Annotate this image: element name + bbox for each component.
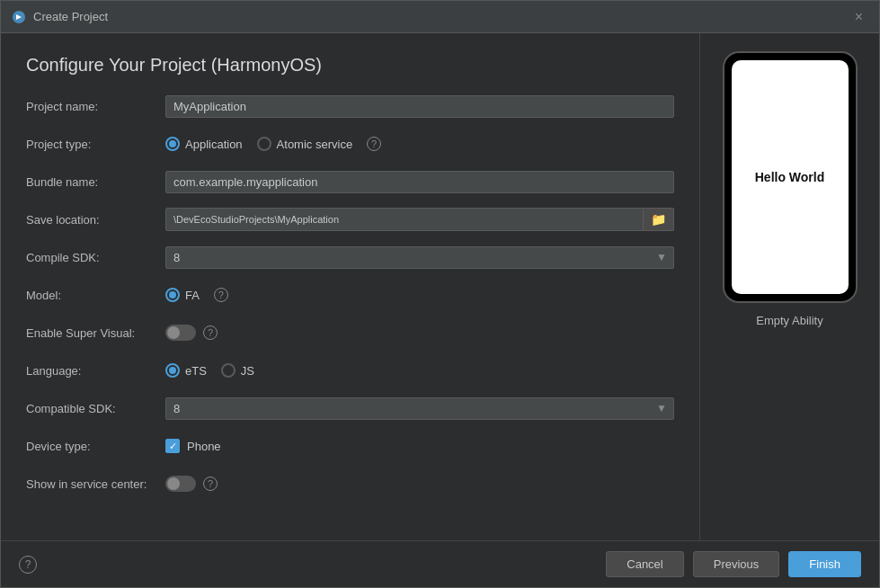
language-row: Language: eTS JS	[26, 358, 674, 383]
language-ets[interactable]: eTS	[165, 363, 207, 378]
phone-checkbox: ✓	[165, 439, 180, 453]
toggle-knob	[167, 326, 180, 339]
js-radio-dot	[221, 363, 236, 378]
compatible-sdk-control: 8 7 6 ▼	[165, 397, 674, 420]
project-name-input[interactable]	[165, 95, 674, 118]
phone-label: Phone	[187, 440, 221, 453]
app-icon	[12, 10, 26, 24]
project-type-row: Project type: Application Atomic service…	[26, 131, 674, 156]
hello-world-text: Hello World	[755, 170, 825, 184]
compatible-sdk-select[interactable]: 8 7 6	[165, 397, 674, 420]
bundle-name-label: Bundle name:	[26, 175, 165, 189]
enable-super-visual-row: Enable Super Visual: ?	[26, 320, 674, 345]
bundle-name-row: Bundle name:	[26, 169, 674, 194]
project-type-control: Application Atomic service ?	[165, 137, 674, 151]
compile-sdk-control: 8 7 6 ▼	[165, 246, 674, 269]
show-in-service-center-control: ?	[165, 476, 674, 492]
show-in-service-center-group: ?	[165, 476, 674, 492]
browse-folder-button[interactable]: 📁	[644, 208, 674, 231]
show-in-service-center-help-icon[interactable]: ?	[203, 477, 218, 491]
language-js[interactable]: JS	[221, 363, 254, 378]
cancel-button[interactable]: Cancel	[606, 551, 683, 577]
save-location-label: Save location:	[26, 213, 165, 227]
device-type-phone[interactable]: ✓ Phone	[165, 439, 674, 453]
fa-radio-dot	[165, 288, 180, 302]
close-button[interactable]: ×	[849, 6, 868, 28]
model-row: Model: FA ?	[26, 282, 674, 307]
enable-super-visual-control: ?	[165, 325, 674, 341]
show-in-service-center-toggle[interactable]	[165, 476, 196, 492]
compile-sdk-select-wrapper: 8 7 6 ▼	[165, 246, 674, 269]
template-name-label: Empty Ability	[756, 314, 822, 327]
device-type-label: Device type:	[26, 440, 165, 453]
bundle-name-control	[165, 171, 674, 193]
model-label: Model:	[26, 289, 165, 302]
project-type-help-icon[interactable]: ?	[367, 137, 381, 151]
title-bar-text: Create Project	[33, 10, 849, 23]
enable-super-visual-group: ?	[165, 325, 674, 341]
save-location-input-group: 📁	[165, 208, 674, 231]
model-fa[interactable]: FA	[165, 288, 200, 302]
phone-preview: Hello World	[723, 51, 858, 303]
language-radio-group: eTS JS	[165, 363, 674, 378]
phone-checkbox-check: ✓	[169, 441, 177, 451]
project-name-row: Project name:	[26, 94, 674, 119]
phone-screen: Hello World	[732, 60, 849, 294]
model-radio-group: FA ?	[165, 288, 674, 302]
fa-radio-label: FA	[185, 289, 200, 302]
finish-button[interactable]: Finish	[788, 551, 861, 577]
project-type-label: Project type:	[26, 138, 165, 151]
save-location-row: Save location: 📁	[26, 207, 674, 232]
footer-buttons: Cancel Previous Finish	[606, 551, 861, 577]
compatible-sdk-select-wrapper: 8 7 6 ▼	[165, 397, 674, 420]
compile-sdk-label: Compile SDK:	[26, 251, 165, 264]
title-bar: Create Project ×	[1, 1, 879, 33]
footer-help-icon[interactable]: ?	[19, 556, 37, 574]
form-section: Configure Your Project (HarmonyOS) Proje…	[1, 33, 699, 540]
compile-sdk-row: Compile SDK: 8 7 6 ▼	[26, 245, 674, 270]
compile-sdk-select[interactable]: 8 7 6	[165, 246, 674, 269]
dialog-footer: ? Cancel Previous Finish	[1, 540, 879, 587]
show-in-service-center-label: Show in service center:	[26, 477, 165, 491]
device-type-row: Device type: ✓ Phone	[26, 433, 674, 459]
save-location-input[interactable]	[165, 208, 644, 231]
project-name-control	[165, 95, 674, 118]
compatible-sdk-row: Compatible SDK: 8 7 6 ▼	[26, 396, 674, 421]
atomic-radio-label: Atomic service	[277, 138, 353, 151]
ets-radio-dot	[165, 363, 180, 378]
device-type-control: ✓ Phone	[165, 439, 674, 453]
project-type-atomic[interactable]: Atomic service	[257, 137, 353, 151]
atomic-radio-dot	[257, 137, 271, 151]
create-project-dialog: Create Project × Configure Your Project …	[0, 0, 880, 588]
save-location-control: 📁	[165, 208, 674, 231]
js-radio-label: JS	[241, 364, 254, 378]
application-radio-label: Application	[185, 138, 243, 151]
page-title: Configure Your Project (HarmonyOS)	[26, 55, 674, 76]
previous-button[interactable]: Previous	[693, 551, 780, 577]
dialog-content: Configure Your Project (HarmonyOS) Proje…	[1, 33, 879, 540]
model-help-icon[interactable]: ?	[214, 288, 228, 302]
compatible-sdk-label: Compatible SDK:	[26, 402, 165, 415]
ets-radio-label: eTS	[185, 364, 207, 378]
service-center-toggle-knob	[167, 477, 180, 490]
bundle-name-input[interactable]	[165, 171, 674, 193]
enable-super-visual-toggle[interactable]	[165, 325, 196, 341]
language-label: Language:	[26, 364, 165, 378]
application-radio-dot	[165, 137, 180, 151]
model-control: FA ?	[165, 288, 674, 302]
language-control: eTS JS	[165, 363, 674, 378]
preview-section: Hello World Empty Ability	[699, 33, 879, 540]
project-type-radio-group: Application Atomic service ?	[165, 137, 674, 151]
project-name-label: Project name:	[26, 100, 165, 113]
enable-super-visual-label: Enable Super Visual:	[26, 326, 165, 340]
show-in-service-center-row: Show in service center: ?	[26, 471, 674, 496]
enable-super-visual-help-icon[interactable]: ?	[203, 325, 218, 340]
project-type-application[interactable]: Application	[165, 137, 243, 151]
